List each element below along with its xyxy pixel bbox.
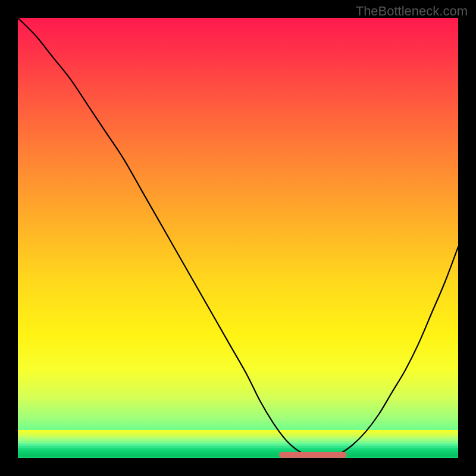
optimal-range-marker <box>18 18 458 458</box>
watermark-text: TheBottleneck.com <box>356 4 468 19</box>
chart-stage: TheBottleneck.com <box>0 0 476 476</box>
plot-area <box>18 18 458 458</box>
